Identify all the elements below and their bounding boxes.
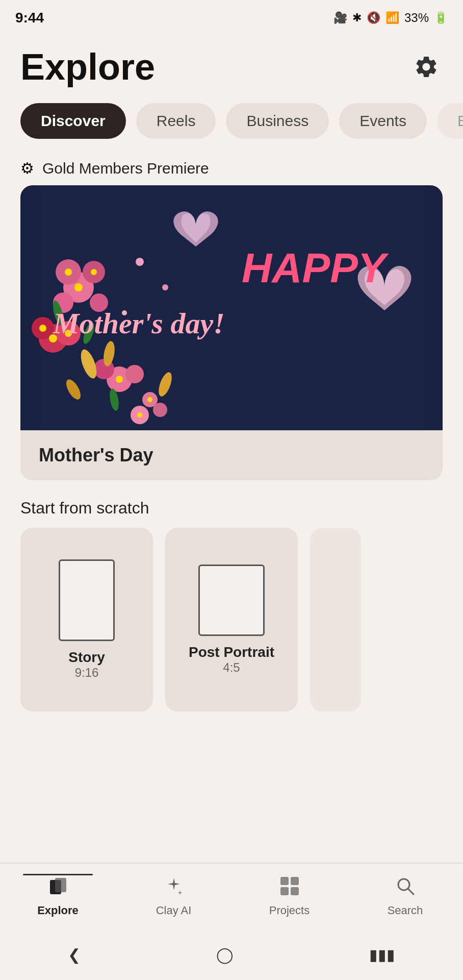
mothers-day-card[interactable]: HAPPY Mother's day! Mother's Day (20, 185, 443, 480)
battery-icon: 🔋 (434, 11, 448, 24)
category-tabs: Discover Reels Business Events B… (0, 93, 463, 149)
svg-point-18 (116, 376, 123, 383)
svg-rect-37 (55, 878, 66, 892)
svg-line-43 (408, 889, 414, 894)
clay-ai-icon (164, 876, 184, 901)
svg-rect-41 (291, 887, 299, 895)
explore-icon (48, 876, 68, 901)
svg-point-31 (136, 258, 144, 266)
tab-reels[interactable]: Reels (136, 103, 216, 139)
scratch-card-partial[interactable] (310, 528, 361, 712)
svg-point-21 (153, 403, 167, 417)
scratch-cards-row: Story 9:16 Post Portrait 4:5 (0, 528, 463, 712)
nav-search[interactable]: Search (347, 876, 463, 917)
svg-point-8 (91, 269, 97, 275)
home-button[interactable]: ◯ (216, 946, 234, 964)
status-bar: 9:44 🎥 ✱ 🔇 📶 33% 🔋 (0, 0, 463, 36)
nav-projects-label: Projects (269, 904, 310, 917)
scratch-section-header: Start from scratch (0, 480, 463, 528)
svg-rect-38 (280, 877, 289, 885)
gold-star-icon: ⚙ (20, 159, 34, 177)
svg-point-13 (39, 325, 46, 332)
svg-point-17 (125, 365, 144, 383)
svg-rect-39 (291, 877, 299, 885)
gold-members-section: ⚙ Gold Members Premiere (0, 149, 463, 185)
svg-point-22 (137, 412, 142, 418)
bottom-navigation: Explore Clay AI Projects (0, 863, 463, 929)
wifi-icon: 📶 (385, 11, 399, 24)
nav-projects[interactable]: Projects (232, 876, 347, 917)
battery-text: 33% (404, 11, 429, 25)
nav-clay-ai-label: Clay AI (156, 904, 192, 917)
settings-button[interactable] (410, 51, 443, 83)
nav-explore-label: Explore (37, 904, 79, 917)
app-header: Explore (0, 36, 463, 93)
nav-search-label: Search (388, 904, 423, 917)
svg-point-32 (162, 284, 168, 290)
story-label: Story 9:16 (68, 649, 105, 680)
scratch-card-story[interactable]: Story 9:16 (20, 528, 153, 712)
search-icon (395, 876, 416, 901)
camera-icon: 🎥 (333, 11, 347, 24)
post-portrait-label: Post Portrait 4:5 (189, 644, 274, 675)
bluetooth-icon: ✱ (352, 11, 362, 24)
nav-explore[interactable]: Explore (0, 876, 116, 917)
back-button[interactable]: ❮ (68, 946, 81, 964)
page-title: Explore (20, 46, 155, 88)
nav-clay-ai[interactable]: Clay AI (116, 876, 232, 917)
status-icons: 🎥 ✱ 🔇 📶 33% 🔋 (333, 11, 448, 25)
status-time: 9:44 (15, 10, 44, 26)
svg-point-6 (74, 283, 83, 291)
tab-discover[interactable]: Discover (20, 103, 126, 139)
svg-point-7 (65, 268, 72, 276)
svg-text:HAPPY: HAPPY (242, 244, 389, 291)
recent-button[interactable]: ▮▮▮ (369, 946, 395, 964)
card-image: HAPPY Mother's day! (20, 185, 443, 430)
svg-point-23 (147, 397, 152, 402)
gear-icon (414, 54, 439, 80)
projects-icon (279, 876, 300, 901)
post-portrait-icon (198, 565, 265, 636)
tab-business[interactable]: Business (226, 103, 329, 139)
system-nav-bar: ❮ ◯ ▮▮▮ (0, 929, 463, 980)
gold-members-label: Gold Members Premiere (42, 160, 209, 177)
mute-icon: 🔇 (367, 11, 380, 24)
scratch-card-post-portrait[interactable]: Post Portrait 4:5 (165, 528, 298, 712)
card-decoration: HAPPY Mother's day! (20, 185, 443, 430)
tab-events[interactable]: Events (339, 103, 427, 139)
card-title: Mother's Day (20, 430, 443, 480)
tab-more[interactable]: B… (437, 103, 463, 139)
story-icon (59, 559, 115, 641)
svg-text:Mother's day!: Mother's day! (53, 307, 225, 340)
svg-rect-40 (280, 887, 289, 895)
